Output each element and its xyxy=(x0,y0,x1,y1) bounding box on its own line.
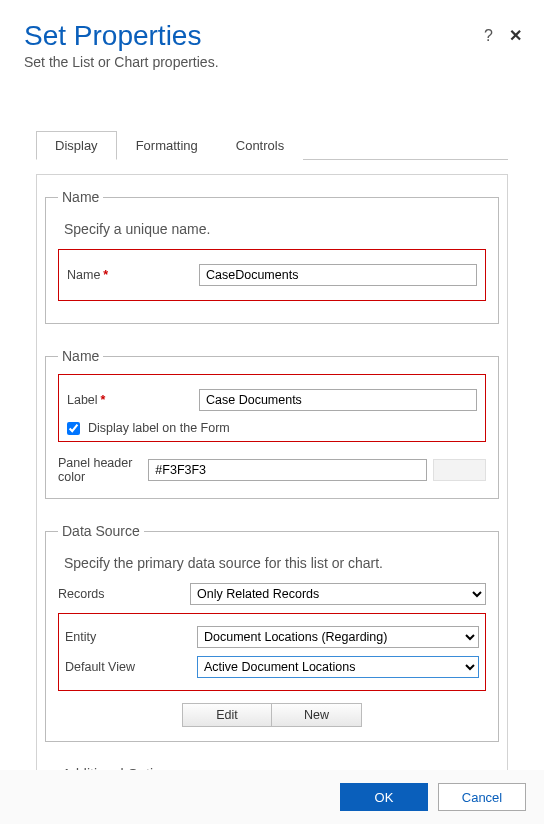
data-source-desc: Specify the primary data source for this… xyxy=(64,555,486,571)
label-fieldset: Name Label* Display label on the Form Pa… xyxy=(45,348,499,499)
tab-formatting[interactable]: Formatting xyxy=(117,131,217,160)
records-label: Records xyxy=(58,587,190,601)
default-view-label: Default View xyxy=(65,660,197,674)
name-label: Name* xyxy=(67,268,199,282)
label-label: Label* xyxy=(67,393,199,407)
tab-display[interactable]: Display xyxy=(36,131,117,160)
dialog-title: Set Properties xyxy=(24,20,520,52)
label-legend: Name xyxy=(58,348,103,364)
entity-label: Entity xyxy=(65,630,197,644)
name-input[interactable] xyxy=(199,264,477,286)
edit-button[interactable]: Edit xyxy=(182,703,272,727)
name-fieldset: Name Specify a unique name. Name* xyxy=(45,189,499,324)
display-label-checkbox[interactable] xyxy=(67,422,80,435)
tab-strip: Display Formatting Controls xyxy=(36,130,508,160)
close-icon[interactable]: ✕ xyxy=(509,26,522,45)
cancel-button[interactable]: Cancel xyxy=(438,783,526,811)
dialog-subtitle: Set the List or Chart properties. xyxy=(24,54,520,70)
help-icon[interactable]: ? xyxy=(484,27,493,45)
ok-button[interactable]: OK xyxy=(340,783,428,811)
default-view-select[interactable]: Active Document Locations xyxy=(197,656,479,678)
tab-content: Name Specify a unique name. Name* Name xyxy=(36,174,508,794)
data-source-fieldset: Data Source Specify the primary data sou… xyxy=(45,523,499,742)
panel-color-label: Panel header color xyxy=(58,456,142,484)
tab-controls[interactable]: Controls xyxy=(217,131,303,160)
records-select[interactable]: Only Related Records xyxy=(190,583,486,605)
panel-color-swatch[interactable] xyxy=(433,459,486,481)
entity-select[interactable]: Document Locations (Regarding) xyxy=(197,626,479,648)
dialog-footer: OK Cancel xyxy=(0,770,544,824)
panel-color-input[interactable] xyxy=(148,459,427,481)
name-desc: Specify a unique name. xyxy=(64,221,486,237)
display-label-checkbox-label: Display label on the Form xyxy=(88,421,230,435)
label-input[interactable] xyxy=(199,389,477,411)
name-legend: Name xyxy=(58,189,103,205)
new-button[interactable]: New xyxy=(272,703,362,727)
data-source-legend: Data Source xyxy=(58,523,144,539)
